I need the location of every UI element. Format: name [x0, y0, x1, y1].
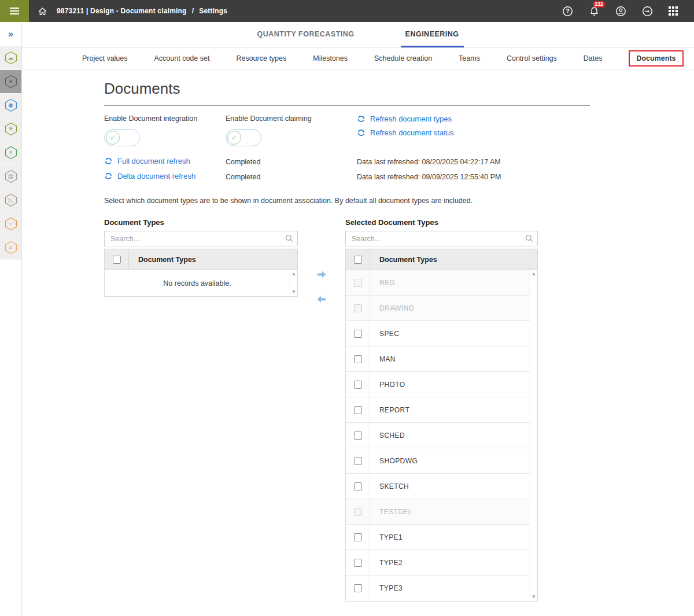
- doc-type-row-spec[interactable]: SPEC: [346, 321, 530, 346]
- subtab-project-values[interactable]: Project values: [82, 54, 128, 62]
- refresh-document-types-link[interactable]: Refresh document types: [357, 115, 590, 123]
- app-switcher-grid-icon[interactable]: [669, 6, 678, 16]
- row-checkbox[interactable]: [354, 584, 362, 592]
- subtab-control-settings[interactable]: Control settings: [507, 54, 557, 62]
- refresh-document-status-link[interactable]: Refresh document status: [357, 128, 590, 137]
- document-types-panel-title: Document Types: [104, 218, 298, 227]
- select-all-checkbox[interactable]: [113, 256, 121, 264]
- sidebar-item-settings-hex-icon[interactable]: ✳: [0, 70, 21, 93]
- document-types-panel: Document Types Document Types: [104, 218, 298, 297]
- enable-claiming-toggle[interactable]: ✓: [226, 129, 261, 146]
- row-checkbox: [354, 508, 362, 516]
- profile-icon[interactable]: [615, 6, 626, 17]
- subtab-teams[interactable]: Teams: [459, 54, 480, 62]
- sidebar-expand-icon[interactable]: »: [0, 22, 21, 46]
- doc-type-label: SCHED: [370, 423, 530, 448]
- doc-type-row-type1[interactable]: TYPE1: [346, 525, 530, 550]
- scroll-up-icon[interactable]: ▲: [291, 272, 296, 276]
- subtab-milestones[interactable]: Milestones: [313, 54, 348, 62]
- subtab-row: Project valuesAccount code setResource t…: [22, 47, 694, 69]
- doc-type-row-shopdwg[interactable]: SHOPDWG: [346, 448, 530, 474]
- left-sidebar: » ☁✳◉✳×▤◺○≡: [0, 22, 22, 616]
- tab-quantity-forecasting[interactable]: QUANTITY FORECASTING: [252, 22, 359, 47]
- doc-type-label: REPORT: [370, 397, 530, 422]
- sidebar-item-checklist-hex-icon[interactable]: ≡: [0, 236, 21, 259]
- doc-type-row-testdel: TESTDEL: [346, 499, 530, 525]
- full-document-refresh-link[interactable]: Full document refresh: [104, 157, 226, 165]
- notifications-bell-icon[interactable]: 232: [589, 6, 600, 17]
- subtab-documents[interactable]: Documents: [629, 50, 683, 67]
- settings-controls: Enable Document integration Enable Docum…: [104, 115, 590, 181]
- help-icon[interactable]: ?: [562, 6, 573, 17]
- breadcrumb-project[interactable]: 9873211 | Design - Document claiming: [57, 7, 187, 15]
- toggle-check-icon: ✓: [227, 131, 241, 145]
- doc-type-row-type3[interactable]: TYPE3: [346, 576, 530, 601]
- scroll-up-icon[interactable]: ▲: [531, 272, 536, 276]
- sidebar-item-inspect-hex-icon[interactable]: ○: [0, 212, 21, 235]
- selected-document-types-table-body: REGDRAWINGSPECMANPHOTOREPORTSCHEDSHOPDWG…: [345, 270, 538, 602]
- scrollbar[interactable]: ▲ ▼: [290, 270, 297, 296]
- breadcrumb-page: Settings: [199, 7, 227, 15]
- scroll-down-icon[interactable]: ▼: [531, 595, 536, 599]
- home-icon[interactable]: [38, 6, 47, 16]
- sidebar-item-ruler-hex-icon[interactable]: ◺: [0, 189, 21, 212]
- tab-engineering[interactable]: ENGINEERING: [401, 22, 464, 47]
- selected-document-types-table-header: Document Types: [345, 249, 538, 270]
- doc-type-row-reg: REG: [346, 270, 530, 296]
- doc-type-label: SKETCH: [370, 474, 530, 499]
- select-all-checkbox[interactable]: [354, 256, 362, 264]
- scrollbar[interactable]: ▲ ▼: [530, 270, 537, 601]
- hamburger-menu-icon[interactable]: [0, 0, 29, 22]
- row-checkbox[interactable]: [354, 482, 362, 490]
- page-title: Documents: [104, 80, 694, 98]
- move-left-arrow-button[interactable]: [316, 295, 327, 304]
- checklist-hex-icon: ≡: [3, 240, 19, 255]
- row-checkbox[interactable]: [354, 355, 362, 363]
- doc-type-label: PHOTO: [370, 372, 530, 397]
- doc-type-label: SPEC: [370, 321, 530, 346]
- row-checkbox: [354, 304, 362, 312]
- transfer-controls: [298, 218, 345, 304]
- selected-document-types-panel: Selected Document Types Document Types R…: [345, 218, 538, 602]
- enable-claiming-label: Enable Document claiming: [226, 115, 357, 129]
- doc-type-label: TYPE2: [370, 550, 530, 575]
- doc-type-row-sketch[interactable]: SKETCH: [346, 474, 530, 499]
- scroll-down-icon[interactable]: ▼: [291, 290, 296, 294]
- sidebar-item-cloud-hex-icon[interactable]: ☁: [0, 46, 21, 69]
- row-checkbox[interactable]: [354, 406, 362, 414]
- doc-type-row-sched[interactable]: SCHED: [346, 423, 530, 448]
- doc-type-label: SHOPDWG: [370, 448, 530, 473]
- subtab-dates[interactable]: Dates: [584, 54, 603, 62]
- doc-type-row-type2[interactable]: TYPE2: [346, 550, 530, 576]
- row-checkbox[interactable]: [354, 381, 362, 389]
- enable-integration-toggle[interactable]: ✓: [104, 129, 140, 146]
- row-checkbox[interactable]: [354, 431, 362, 440]
- doc-type-row-man[interactable]: MAN: [346, 346, 530, 372]
- row-checkbox[interactable]: [354, 457, 362, 465]
- doc-type-row-report[interactable]: REPORT: [346, 397, 530, 423]
- delta-document-refresh-link[interactable]: Delta document refresh: [104, 172, 226, 180]
- document-types-search-input[interactable]: [104, 231, 298, 246]
- subtab-account-code-set[interactable]: Account code set: [154, 54, 210, 62]
- sidebar-item-tools-hex-icon[interactable]: ×: [0, 141, 21, 164]
- doc-type-row-photo[interactable]: PHOTO: [346, 372, 530, 397]
- full-refresh-timestamp: Data last refreshed: 08/20/2025 04:22:17…: [357, 157, 590, 166]
- subtab-schedule-creation[interactable]: Schedule creation: [374, 54, 432, 62]
- row-checkbox[interactable]: [354, 330, 362, 338]
- documents-hex-icon: ▤: [3, 169, 19, 184]
- sidebar-item-documents-hex-icon[interactable]: ▤: [0, 165, 21, 188]
- sidebar-tiles: ☁✳◉✳×▤◺○≡: [0, 46, 21, 260]
- empty-state-text: No records available.: [105, 270, 290, 296]
- inspect-hex-icon: ○: [3, 216, 19, 231]
- subtab-resource-types[interactable]: Resource types: [236, 54, 286, 62]
- row-checkbox[interactable]: [354, 559, 362, 567]
- move-right-arrow-button[interactable]: [316, 270, 327, 279]
- sidebar-item-target-hex-icon[interactable]: ◉: [0, 94, 21, 117]
- row-checkbox[interactable]: [354, 533, 362, 541]
- enable-integration-label: Enable Document integration: [104, 115, 226, 129]
- sidebar-item-spark-hex-icon[interactable]: ✳: [0, 117, 21, 141]
- sign-out-icon[interactable]: [642, 6, 653, 17]
- doc-type-label: DRAWING: [370, 296, 530, 320]
- delta-refresh-status: Completed: [226, 172, 357, 181]
- selected-document-types-search-input[interactable]: [345, 231, 538, 246]
